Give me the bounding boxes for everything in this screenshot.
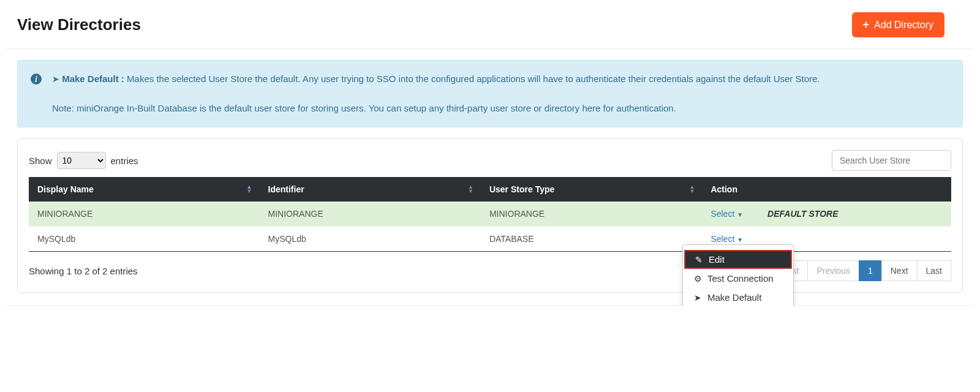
cell-identifier: MySQLdb [260, 227, 481, 252]
col-display-name-label: Display Name [37, 184, 94, 194]
info-note: Note: miniOrange In-Built Database is th… [52, 101, 820, 116]
make-default-text: Makes the selected User Store the defaul… [127, 74, 820, 84]
select-dropdown[interactable]: Select ▼ [710, 209, 743, 219]
cell-action: Select ▼ DEFAULT STORE [702, 202, 951, 227]
cell-type: MINIORANGE [481, 202, 702, 227]
directories-card: Show 10 entries Display Name ▲▼ Identifi… [17, 138, 963, 293]
pagination: First Previous 1 Next Last [774, 260, 951, 281]
select-label: Select [710, 234, 734, 244]
show-label: Show [29, 156, 52, 166]
select-label: Select [710, 209, 734, 219]
dropdown-make-default[interactable]: ➤ Make Default [683, 288, 793, 306]
entries-select[interactable]: 10 [57, 152, 106, 169]
sort-icon: ▲▼ [247, 185, 252, 194]
pointer-icon: ➤ [52, 74, 59, 84]
select-dropdown[interactable]: Select ▼ [710, 234, 743, 244]
directories-table: Display Name ▲▼ Identifier ▲▼ User Store… [29, 177, 951, 252]
page-number[interactable]: 1 [859, 260, 882, 281]
cell-display: MySQLdb [29, 227, 260, 252]
cell-display: MINIORANGE [29, 202, 260, 227]
separator [6, 48, 974, 49]
col-display-name[interactable]: Display Name ▲▼ [29, 177, 260, 202]
cell-identifier: MINIORANGE [260, 202, 481, 227]
svg-text:i: i [35, 75, 37, 84]
dropdown-test-label: Test Connection [707, 273, 774, 284]
search-input[interactable] [832, 150, 951, 171]
default-store-badge: DEFAULT STORE [767, 209, 838, 219]
chevron-down-icon: ▼ [737, 236, 743, 243]
add-directory-button[interactable]: + Add Directory [852, 12, 944, 37]
edit-icon: ✎ [695, 255, 704, 265]
col-identifier-label: Identifier [268, 184, 304, 194]
dropdown-make-default-label: Make Default [707, 292, 761, 303]
entries-label: entries [111, 156, 138, 166]
table-row: MINIORANGE MINIORANGE MINIORANGE Select … [29, 202, 951, 227]
page-title: View Directories [17, 15, 141, 34]
sort-icon: ▲▼ [689, 185, 695, 194]
col-identifier[interactable]: Identifier ▲▼ [260, 177, 481, 202]
plus-icon: + [863, 18, 870, 31]
info-panel: i ➤ Make Default : Makes the selected Us… [17, 60, 963, 127]
col-action: Action [702, 177, 951, 202]
col-type-label: User Store Type [489, 184, 554, 194]
cell-type: DATABASE [481, 227, 702, 252]
dropdown-edit-label: Edit [709, 254, 725, 265]
separator [6, 305, 974, 306]
action-dropdown: ✎ Edit ⚙ Test Connection ➤ Make Default … [682, 244, 794, 306]
info-make-default: ➤ Make Default : Makes the selected User… [52, 72, 820, 86]
page-next[interactable]: Next [881, 260, 918, 281]
make-default-label: Make Default : [62, 74, 124, 84]
pointer-icon: ➤ [694, 293, 703, 303]
dropdown-test-connection[interactable]: ⚙ Test Connection [683, 269, 793, 288]
col-type[interactable]: User Store Type ▲▼ [481, 177, 702, 202]
gears-icon: ⚙ [694, 274, 703, 284]
info-icon: i [30, 72, 42, 116]
table-footer-info: Showing 1 to 2 of 2 entries [29, 266, 138, 276]
sort-icon: ▲▼ [468, 185, 473, 194]
col-action-label: Action [710, 184, 737, 194]
dropdown-edit[interactable]: ✎ Edit [684, 250, 792, 269]
table-row: MySQLdb MySQLdb DATABASE Select ▼ [29, 227, 951, 252]
page-previous[interactable]: Previous [807, 260, 859, 281]
page-last[interactable]: Last [917, 260, 951, 281]
add-directory-label: Add Directory [874, 20, 933, 31]
chevron-down-icon: ▼ [737, 211, 743, 218]
